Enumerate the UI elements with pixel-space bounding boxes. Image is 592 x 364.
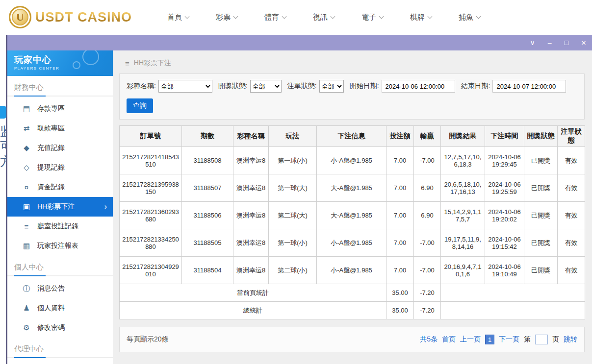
lottery-cell: 澳洲幸运8 — [233, 174, 269, 202]
table-header-row: 訂單號 期數 彩種名稱 玩法 下注信息 投注額 輸贏 開獎結果 下注時間 開獎狀… — [120, 126, 585, 147]
next-page-link[interactable]: 下一页 — [499, 335, 519, 344]
sidebar-item-funds-record[interactable]: ¤ 資金記錄 — [7, 177, 113, 197]
bet-info-cell: 小-A盤@1.985 — [317, 147, 386, 174]
nav-item-slots[interactable]: 電子 — [361, 13, 383, 22]
draw-status-select[interactable]: 全部 — [250, 80, 282, 93]
chevron-down-icon — [233, 14, 238, 19]
sidebar-item-label: 提現記錄 — [37, 163, 65, 172]
nav-label: 視訊 — [313, 13, 328, 22]
logo[interactable]: U USDT CASINO — [9, 6, 132, 28]
filter-panel: 彩種名稱: 全部 開獎狀態: 全部 注單狀態: 全 — [119, 73, 585, 120]
summary-win-loss: -7.20 — [414, 302, 441, 319]
search-button[interactable]: 查詢 — [127, 98, 153, 113]
summary-blank — [441, 302, 585, 319]
start-date-input[interactable] — [382, 80, 455, 93]
order-id-cell: 2152172821360293680 — [120, 202, 182, 229]
bet-amount-cell: 7.00 — [386, 257, 414, 284]
col-order-id: 訂單號 — [120, 126, 182, 147]
logo-text: USDT CASINO — [35, 10, 132, 25]
col-lottery-name: 彩種名稱 — [233, 126, 269, 147]
window-minimize-icon[interactable]: – — [548, 39, 552, 46]
window-collapse-icon[interactable]: ∨ — [530, 39, 535, 46]
nav-item-live[interactable]: 視訊 — [313, 13, 335, 22]
sidebar-item-announcements[interactable]: ⓘ 消息公告 — [7, 279, 113, 298]
play-cell: 第一球(大) — [269, 174, 317, 202]
sidebar-item-profile[interactable]: ♟ 個人資料 — [7, 298, 113, 318]
player-report-icon: ▦ — [22, 242, 31, 250]
col-bet-time: 下注時間 — [485, 126, 524, 147]
current-page-badge[interactable]: 1 — [485, 335, 494, 344]
sidebar-item-withdrawal-record[interactable]: ◇ 提現記錄 — [7, 158, 113, 177]
bet-amount-cell: 7.00 — [386, 174, 414, 202]
order-id-cell: 2152172821418543510 — [120, 147, 182, 174]
edge-widget-text: 方 — [0, 154, 6, 169]
draw-status-cell: 已開獎 — [524, 202, 558, 229]
sidebar: 玩家中心 PLAYERS CENTER 財務中心 ▤ 存款專區 ⇄ 取款專區 ◆… — [7, 50, 113, 364]
sidebar-item-hh-lottery-bets[interactable]: ▣ HH彩票下注 › — [7, 197, 113, 217]
win-loss-cell: 6.90 — [414, 202, 441, 229]
end-date-label: 結束日期: — [461, 82, 490, 91]
sidebar-item-hall-bet-records[interactable]: ≡ 廳室投註記錄 — [7, 217, 113, 236]
bet-amount-cell: 7.00 — [386, 202, 414, 229]
nav-item-lottery[interactable]: 彩票 — [216, 13, 237, 22]
bell-icon: ⓘ — [22, 284, 31, 293]
sidebar-item-change-password[interactable]: ⚙ 修改密碼 — [7, 318, 113, 338]
lottery-cell: 澳洲幸运8 — [233, 202, 269, 229]
period-cell: 31188505 — [182, 229, 233, 257]
decor-bubble — [73, 61, 80, 69]
draw-status-label: 開獎狀態: — [218, 82, 248, 91]
window-maximize-icon[interactable]: □ — [565, 39, 568, 46]
col-draw-result: 開獎結果 — [441, 126, 485, 147]
draw-status-cell: 已開獎 — [524, 257, 558, 284]
total-count: 共5条 — [420, 335, 438, 344]
withdraw-icon: ⇄ — [22, 124, 31, 133]
sidebar-item-label: 充值記錄 — [37, 144, 65, 152]
edge-floating-widget[interactable]: 监 可 方 — [0, 106, 6, 169]
sidebar-item-label: 玩家投注報表 — [37, 242, 78, 250]
top-nav: U USDT CASINO 首頁 彩票 體育 視訊 電子 棋牌 捕魚 — [0, 0, 592, 34]
nav-label: 彩票 — [216, 13, 231, 22]
play-cell: 第二球(大) — [269, 202, 317, 229]
main-menu: 首頁 彩票 體育 視訊 電子 棋牌 捕魚 — [167, 13, 480, 22]
sidebar-item-label: HH彩票下注 — [37, 202, 75, 211]
sidebar-item-label: 廳室投註記錄 — [37, 222, 78, 231]
table-footer: 每頁顯示20條 共5条 首页 上一页 1 下一页 第 页 跳转 — [119, 327, 585, 352]
edge-widget-text: 可 — [0, 139, 6, 154]
end-date-input[interactable] — [492, 80, 566, 93]
nav-item-fishing[interactable]: 捕魚 — [459, 13, 480, 22]
lottery-bets-icon: ▣ — [22, 202, 31, 211]
prev-page-link[interactable]: 上一页 — [460, 335, 481, 344]
nav-item-home[interactable]: 首頁 — [167, 13, 189, 22]
pagination: 共5条 首页 上一页 1 下一页 第 页 跳转 — [420, 335, 577, 344]
nav-item-sports[interactable]: 體育 — [264, 13, 286, 22]
chevron-down-icon — [185, 14, 190, 19]
chevron-down-icon — [428, 14, 433, 19]
bet-time-cell: 2024-10-06 19:15:42 — [485, 229, 524, 257]
sidebar-item-deposit[interactable]: ▤ 存款專區 — [7, 99, 113, 119]
bet-time-cell: 2024-10-06 19:20:02 — [485, 202, 524, 229]
sidebar-item-player-bet-report[interactable]: ▦ 玩家投注報表 — [7, 236, 113, 256]
nav-label: 體育 — [264, 13, 279, 22]
first-page-link[interactable]: 首页 — [442, 335, 456, 344]
nav-item-cards[interactable]: 棋牌 — [410, 13, 432, 22]
lottery-name-label: 彩種名稱: — [127, 82, 156, 91]
lottery-name-select[interactable]: 全部 — [158, 80, 212, 93]
win-loss-cell: 6.90 — [414, 174, 441, 202]
table-row: 2152172821334250880 31188505 澳洲幸运8 第一球(小… — [120, 229, 585, 257]
nav-label: 首頁 — [167, 13, 182, 22]
hamburger-icon[interactable]: ≡ — [125, 59, 129, 68]
sidebar-item-recharge-record[interactable]: ◆ 充值記錄 — [7, 138, 113, 158]
order-status-select[interactable]: 全部 — [319, 80, 344, 93]
sidebar-item-withdraw[interactable]: ⇄ 取款專區 — [7, 119, 113, 138]
bet-amount-cell: 7.00 — [386, 229, 414, 257]
jump-link[interactable]: 跳转 — [564, 335, 577, 344]
window-close-icon[interactable]: × — [581, 39, 586, 47]
page-jump-input[interactable] — [535, 335, 548, 344]
table-row: 2152172821360293680 31188506 澳洲幸运8 第二球(大… — [120, 202, 585, 229]
page-title: HH彩票下注 — [134, 59, 171, 68]
order-id-cell: 2152172821395938150 — [120, 174, 182, 202]
order-status-cell: 有效 — [558, 257, 585, 284]
chat-icon[interactable] — [0, 106, 6, 119]
draw-status-cell: 已開獎 — [524, 174, 558, 202]
bets-table: 訂單號 期數 彩種名稱 玩法 下注信息 投注額 輸贏 開獎結果 下注時間 開獎狀… — [119, 125, 585, 319]
